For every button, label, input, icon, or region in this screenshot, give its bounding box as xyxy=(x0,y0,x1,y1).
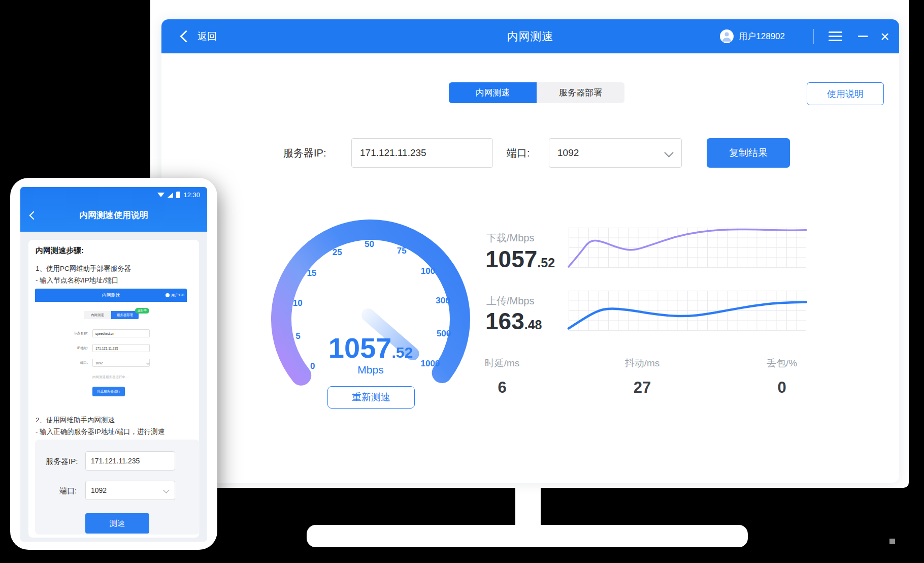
titlebar-divider xyxy=(813,29,814,44)
phone-chevron-down-icon xyxy=(163,487,170,493)
battery-icon xyxy=(176,192,180,198)
phone-port-select[interactable]: 1092 xyxy=(85,481,175,500)
mini-tab-group: 内网测速 服务器部署 xyxy=(84,311,139,319)
hamburger-menu-icon[interactable] xyxy=(829,32,842,41)
window-title: 内网测速 xyxy=(161,29,899,44)
mini-row-node-name: 节点名称: speedtest.cn xyxy=(35,329,187,337)
window-titlebar: 返回 内网测速 用户128902 × xyxy=(161,19,899,53)
user-name: 用户128902 xyxy=(739,30,785,42)
tab-intranet-speedtest[interactable]: 内网测速 xyxy=(449,82,537,103)
stat-latency: 时延/ms 6 xyxy=(451,357,553,397)
decorative-dot xyxy=(889,539,895,544)
gauge-tick-label: 25 xyxy=(333,247,342,258)
gauge-tick-label: 50 xyxy=(365,239,374,249)
phone-speedtest-button[interactable]: 测速 xyxy=(85,513,149,534)
phone-status-bar: 12:30 xyxy=(157,191,200,199)
copy-result-button[interactable]: 复制结果 xyxy=(707,138,790,168)
mini-row-port: 端口: 1092 xyxy=(35,359,187,367)
mini-titlebar: 内网测速 用户128 xyxy=(35,289,187,302)
phone-port-label: 端口: xyxy=(59,486,77,496)
tab-server-deploy[interactable]: 服务器部署 xyxy=(537,82,624,103)
upload-value: 163.48 xyxy=(485,307,542,335)
server-ip-label: 服务器IP: xyxy=(283,138,326,168)
stat-jitter: 抖动/ms 27 xyxy=(591,357,693,397)
retest-button[interactable]: 重新测速 xyxy=(327,386,415,409)
mini-user: 用户128 xyxy=(166,293,184,298)
user-account[interactable]: 用户128902 xyxy=(720,29,785,43)
help-button[interactable]: 使用说明 xyxy=(807,82,884,105)
page: 返回 内网测速 用户128902 × 内网测速 服务器部署 使用说明 服务器IP… xyxy=(0,0,924,563)
step2-line1: 2、使用网维助手内网测速 xyxy=(36,416,115,425)
mini-title: 内网测速 xyxy=(35,292,187,299)
tab-group: 内网测速 服务器部署 xyxy=(449,82,624,103)
app-window: 返回 内网测速 用户128902 × 内网测速 服务器部署 使用说明 服务器IP… xyxy=(161,19,899,483)
gauge-tick-label: 15 xyxy=(307,268,316,278)
gauge-tick-label: 300 xyxy=(436,296,450,306)
gauge-value-int: 1057 xyxy=(328,332,392,364)
step1-line2: - 输入节点名称/IP地址/端口 xyxy=(36,276,119,285)
gauge-tick-label: 75 xyxy=(397,246,407,256)
wifi-icon xyxy=(157,193,164,197)
mini-avatar-icon xyxy=(166,293,170,297)
monitor-stand xyxy=(515,487,541,526)
monitor-base xyxy=(307,525,748,547)
instructions-card: 内网测速步骤: 1、使用PC网维助手部署服务器 - 输入节点名称/IP地址/端口… xyxy=(28,240,199,538)
phone-mockup: 12:30 内网测速使用说明 内网测速步骤: 1、使用PC网维助手部署服务器 -… xyxy=(10,178,217,550)
phone-screen: 12:30 内网测速使用说明 内网测速步骤: 1、使用PC网维助手部署服务器 -… xyxy=(20,187,207,542)
status-time: 12:30 xyxy=(183,191,200,199)
step2-line2: - 输入正确的服务器IP地址/端口，进行测速 xyxy=(36,427,164,436)
download-value: 1057.52 xyxy=(485,245,555,273)
signal-icon xyxy=(168,193,173,198)
steps-title: 内网测速步骤: xyxy=(36,246,84,256)
upload-label: 上传/Mbps xyxy=(486,294,534,308)
mini-tab-deploy: 服务器部署 xyxy=(111,311,139,319)
phone-ip-label: 服务器IP: xyxy=(46,457,78,466)
mini-stop-button: 停止服务器运行 xyxy=(92,387,125,396)
chevron-down-icon xyxy=(664,148,673,157)
mini-row-ip: IP地址: 171.121.11.235 xyxy=(35,344,187,352)
mini-running-note: 内网测速服务器运行中… xyxy=(92,375,129,380)
server-ip-input[interactable] xyxy=(351,138,493,168)
mini-app-screenshot: 内网测速 用户128 内网测速 服务器部署 运行中 节点名称: speedtes… xyxy=(35,289,187,399)
download-label: 下载/Mbps xyxy=(486,231,534,245)
mini-running-badge: 运行中 xyxy=(135,308,149,314)
gauge-value-dec: .52 xyxy=(391,344,413,361)
user-avatar-icon xyxy=(720,29,734,43)
gauge-tick-label: 10 xyxy=(293,298,303,308)
minimize-icon[interactable] xyxy=(858,36,868,37)
close-icon[interactable]: × xyxy=(875,29,895,44)
port-select[interactable]: 1092 xyxy=(549,138,682,168)
step1-line1: 1、使用PC网维助手部署服务器 xyxy=(36,264,131,273)
phone-page-title: 内网测速使用说明 xyxy=(20,209,207,221)
port-label: 端口: xyxy=(507,138,530,168)
upload-chart xyxy=(569,291,806,331)
phone-header: 12:30 内网测速使用说明 xyxy=(20,187,207,232)
stat-packet-loss: 丢包/% 0 xyxy=(731,357,833,397)
port-select-value: 1092 xyxy=(557,147,579,159)
mini-tab-speedtest: 内网测速 xyxy=(84,311,111,319)
download-chart xyxy=(569,228,806,268)
phone-ip-input[interactable] xyxy=(85,451,175,471)
gauge-tick-label: 100 xyxy=(421,266,435,276)
